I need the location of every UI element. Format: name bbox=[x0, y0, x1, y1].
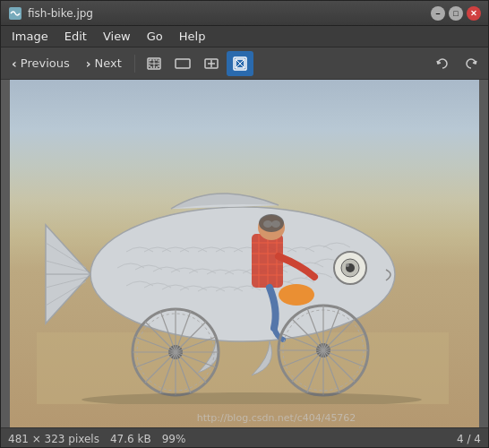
zoom-out-button[interactable] bbox=[169, 51, 196, 76]
close-button[interactable]: ✕ bbox=[467, 6, 481, 21]
next-button[interactable]: › Next bbox=[79, 53, 129, 74]
chevron-left-icon: ‹ bbox=[12, 56, 17, 71]
statusbar: 481 × 323 pixels 47.6 kB 99% 4 / 4 bbox=[1, 427, 488, 448]
svg-point-33 bbox=[271, 220, 280, 228]
svg-rect-3 bbox=[176, 59, 190, 68]
watermark: http://blog.csdn.net/c404/45762 bbox=[197, 412, 356, 424]
image-container: http://blog.csdn.net/c404/45762 bbox=[10, 80, 479, 427]
minimize-button[interactable]: – bbox=[431, 6, 445, 21]
chevron-right-icon: › bbox=[86, 56, 91, 71]
app-icon bbox=[8, 6, 22, 21]
image-area: http://blog.csdn.net/c404/45762 bbox=[1, 80, 488, 427]
menu-item-edit[interactable]: Edit bbox=[57, 28, 94, 45]
menu-item-image[interactable]: Image bbox=[4, 28, 56, 45]
zoom-normal-button[interactable] bbox=[198, 51, 225, 76]
previous-button[interactable]: ‹ Previous bbox=[4, 53, 77, 74]
best-fit-button[interactable] bbox=[227, 51, 253, 76]
toolbar-separator bbox=[134, 55, 135, 73]
svg-point-34 bbox=[279, 284, 314, 306]
toolbar: ‹ Previous › Next bbox=[1, 47, 488, 80]
menubar: ImageEditViewGoHelp bbox=[1, 26, 488, 47]
menu-item-view[interactable]: View bbox=[96, 28, 138, 45]
maximize-button[interactable]: □ bbox=[449, 6, 463, 21]
menu-item-go[interactable]: Go bbox=[140, 28, 170, 45]
image-dimensions: 481 × 323 pixels bbox=[8, 433, 99, 445]
rotate-ccw-button[interactable] bbox=[429, 51, 456, 76]
fish-bike-image bbox=[37, 135, 449, 404]
window-title: fish-bike.jpg bbox=[28, 7, 431, 20]
titlebar: fish-bike.jpg – □ ✕ bbox=[1, 1, 488, 26]
file-size: 47.6 kB bbox=[110, 433, 151, 445]
svg-point-21 bbox=[346, 263, 349, 267]
previous-label: Previous bbox=[21, 56, 70, 70]
fit-window-button[interactable] bbox=[141, 51, 167, 76]
window-controls: – □ ✕ bbox=[431, 6, 481, 21]
next-label: Next bbox=[95, 56, 122, 70]
svg-point-32 bbox=[263, 220, 272, 228]
rotate-cw-button[interactable] bbox=[458, 51, 485, 76]
page-count: 4 / 4 bbox=[457, 433, 481, 445]
zoom-level: 99% bbox=[162, 433, 186, 445]
menu-item-help[interactable]: Help bbox=[172, 28, 213, 45]
